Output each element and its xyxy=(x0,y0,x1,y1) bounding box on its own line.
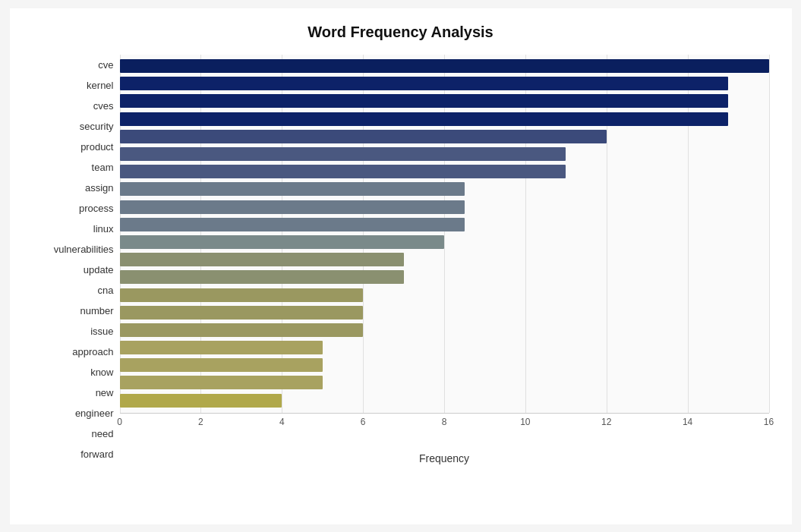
bar-row xyxy=(120,339,769,356)
y-axis-label: know xyxy=(33,367,114,377)
bar-row xyxy=(120,128,769,145)
y-axis-label: linux xyxy=(33,224,114,234)
grid-line xyxy=(769,55,770,413)
bar-row xyxy=(120,216,769,233)
x-tick: 8 xyxy=(442,417,447,427)
chart-title: Word Frequency Analysis xyxy=(33,24,769,41)
bar xyxy=(120,182,465,196)
y-axis-label: process xyxy=(33,203,114,213)
bar xyxy=(120,112,729,126)
x-tick: 6 xyxy=(361,417,366,427)
x-axis-label: Frequency xyxy=(120,439,769,464)
x-tick: 2 xyxy=(198,417,203,427)
y-axis-label: cve xyxy=(33,60,114,70)
y-axis-label: number xyxy=(33,306,114,316)
bar-row xyxy=(120,199,769,216)
chart-container: Word Frequency Analysis cvekernelcvessec… xyxy=(10,8,792,524)
bar xyxy=(120,323,364,337)
y-axis-label: need xyxy=(33,429,114,439)
chart-area: cvekernelcvessecurityproductteamassignpr… xyxy=(33,55,769,464)
x-tick: 4 xyxy=(279,417,285,427)
bar xyxy=(120,218,465,231)
y-axis-label: vulnerabilities xyxy=(33,244,114,254)
y-axis-label: forward xyxy=(33,449,114,459)
x-axis: 0246810121416 xyxy=(120,413,769,436)
bar-row xyxy=(120,75,769,92)
bar xyxy=(120,200,465,214)
bar xyxy=(120,59,769,73)
bar xyxy=(120,394,282,408)
y-axis-label: team xyxy=(33,162,114,172)
x-tick: 14 xyxy=(683,417,692,427)
bar-row xyxy=(120,374,769,391)
x-tick: 10 xyxy=(520,417,530,427)
bar-row xyxy=(120,287,769,304)
y-axis-label: update xyxy=(33,265,114,275)
y-axis-label: approach xyxy=(33,347,114,357)
y-axis-label: kernel xyxy=(33,80,114,90)
bar-row xyxy=(120,392,769,409)
bar-row xyxy=(120,357,769,373)
y-axis-label: product xyxy=(33,142,114,152)
bar-row xyxy=(120,304,769,321)
bar xyxy=(120,165,566,178)
y-axis-label: issue xyxy=(33,326,114,336)
bar-row xyxy=(120,269,769,285)
bar-row xyxy=(120,111,769,127)
x-tick: 16 xyxy=(764,417,774,427)
bar-row xyxy=(120,58,769,74)
bar-row xyxy=(120,93,769,109)
x-tick: 0 xyxy=(117,417,122,427)
x-tick: 12 xyxy=(601,417,611,427)
bar-row xyxy=(120,234,769,250)
bar xyxy=(120,77,729,90)
bar-row xyxy=(120,146,769,162)
bar xyxy=(120,288,364,302)
bar-row xyxy=(120,181,769,197)
bar-row xyxy=(120,163,769,180)
y-axis-label: cna xyxy=(33,285,114,295)
y-axis-labels: cvekernelcvessecurityproductteamassignpr… xyxy=(33,55,120,464)
bar xyxy=(120,358,323,372)
bar xyxy=(120,147,566,161)
y-axis-label: cves xyxy=(33,101,114,111)
bar xyxy=(120,130,607,143)
bar-row xyxy=(120,251,769,268)
bar xyxy=(120,270,404,284)
y-axis-label: assign xyxy=(33,183,114,193)
bar xyxy=(120,253,404,266)
bars-area xyxy=(120,55,769,413)
bar-row xyxy=(120,322,769,338)
y-axis-label: new xyxy=(33,388,114,398)
bar xyxy=(120,376,323,389)
bar xyxy=(120,341,323,354)
bar xyxy=(120,94,729,108)
y-axis-label: security xyxy=(33,121,114,131)
bar xyxy=(120,235,445,249)
bar xyxy=(120,306,364,320)
bars-and-xaxis: 0246810121416 Frequency xyxy=(120,55,769,464)
y-axis-label: engineer xyxy=(33,408,114,418)
bars-wrapper xyxy=(120,55,769,413)
